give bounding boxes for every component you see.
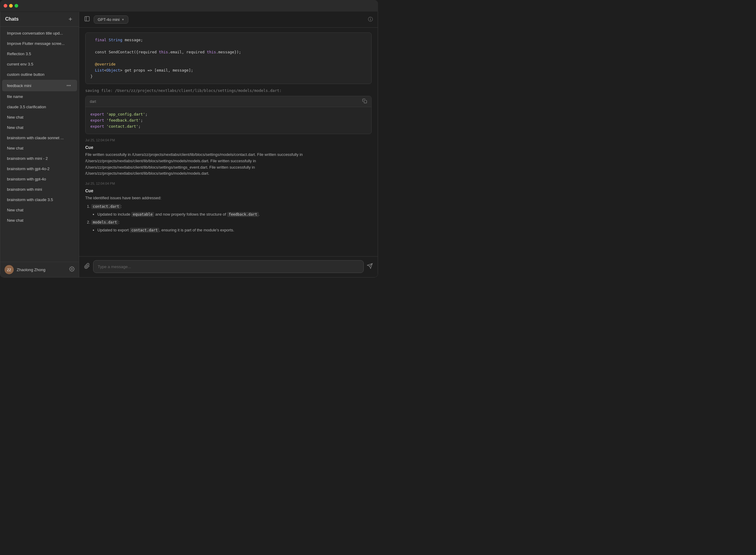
chat-area: GPT-4o mini ▼ ⓘ final String message; co… [79,12,378,277]
chat-list-item-14[interactable]: brainstorm with gpt-4o-2 [2,164,77,174]
chat-item-label: custom outline button [7,72,72,77]
code-inline-contact: contact.dart [91,204,121,209]
chat-list-item-8[interactable]: claude 3.5 clarification [2,102,77,112]
user-info: ZZ Zhaolong Zhong [5,265,45,274]
chat-list-item-1[interactable]: Improve conversation title upd... [2,28,77,38]
code-line: final String message; [90,37,367,43]
chat-item-label: New chat [7,208,72,212]
chat-list-item-2[interactable]: Improve Flutter message scree... [2,39,77,48]
new-chat-button[interactable] [67,15,74,23]
code-inline-feedback: feedback.dart [227,212,259,217]
code-line: @override [90,61,367,67]
cue-label-2: Cue [85,188,372,193]
attach-icon[interactable] [84,263,90,270]
list-item: contact.dart: Updated to include equatab… [91,203,372,218]
chat-item-label: file name [7,94,72,99]
code-block-partial: final String message; const SendContact(… [85,33,372,84]
svg-point-4 [71,268,73,270]
code-line: } [90,73,367,80]
chat-header: GPT-4o mini ▼ ⓘ [79,12,378,28]
sidebar-footer: ZZ Zhaolong Zhong [0,262,79,277]
cue-ordered-list: contact.dart: Updated to include equatab… [91,203,372,233]
model-selector[interactable]: GPT-4o mini ▼ [94,15,128,24]
chat-list-item-7[interactable]: file name [2,92,77,101]
chat-item-label: Improve Flutter message scree... [7,41,72,46]
code-content: final String message; const SendContact(… [86,33,371,84]
chat-item-label: New chat [7,218,72,223]
user-name: Zhaolong Zhong [17,267,45,272]
cue-message-1: Cue File written successfully in /Users/… [85,145,372,177]
chat-item-label: brainstorm with claude 3.5 [7,198,72,202]
close-button[interactable] [4,4,7,8]
title-bar [0,0,378,11]
message-input[interactable] [93,260,364,273]
chat-list-item-3[interactable]: Reflection 3.5 [2,49,77,59]
chat-list-item-19[interactable]: New chat [2,215,77,225]
code-inline-models: models.dart [91,220,118,225]
code-inline-equatable: equatable [131,212,154,217]
chat-item-label: brainstorm with gpt-4o-2 [7,167,72,171]
model-label: GPT-4o mini [98,17,120,22]
sidebar: Chats Improve conversation title upd...I… [0,12,79,277]
app-container: Chats Improve conversation title upd...I… [0,0,378,278]
cue-label-1: Cue [85,145,372,150]
chat-list-item-10[interactable]: New chat [2,123,77,132]
sidebar-title: Chats [5,16,18,22]
list-item: models.dart: Updated to export contact.d… [91,219,372,233]
cue-text-1: File written successfully in /Users/zz/p… [85,152,372,177]
svg-text:ZZ: ZZ [7,268,11,272]
list-item: Updated to export contact.dart, ensuring… [97,227,372,233]
chevron-down-icon: ▼ [121,18,124,21]
chat-item-label: brainstorm with gpt-4o [7,177,72,181]
chat-item-menu-icon[interactable]: ••• [65,83,72,89]
chat-list-item-6[interactable]: feedback mini••• [2,80,77,91]
chat-list-item-5[interactable]: custom outline button [2,70,77,80]
dart-code-content: export 'app_config.dart'; export 'feedba… [86,107,371,134]
cue-sublist-1: Updated to include equatable and now pro… [97,211,372,218]
code-line: List<Object> get props => [email, messag… [90,67,367,73]
chat-list-item-11[interactable]: brainstorm with claude sonnet ... [2,133,77,143]
chat-list-item-13[interactable]: brainstrom with mini - 2 [2,154,77,164]
chat-item-label: Improve conversation title upd... [7,31,72,36]
chat-list-item-9[interactable]: New chat [2,112,77,122]
minimize-button[interactable] [9,4,13,8]
maximize-button[interactable] [14,4,18,8]
cue-sublist-2: Updated to export contact.dart, ensuring… [97,227,372,233]
copy-button[interactable] [362,98,367,104]
chat-item-label: Reflection 3.5 [7,51,72,56]
code-language-label: dart [90,99,96,104]
chat-item-label: claude 3.5 clarification [7,104,72,109]
chat-header-left: GPT-4o mini ▼ [84,15,128,24]
chat-item-label: feedback mini [7,83,65,88]
avatar: ZZ [5,265,14,274]
code-inline-contact-export: contact.dart [130,228,159,232]
chat-item-label: current env 3.5 [7,62,72,67]
chat-list-item-16[interactable]: brainstrom with mini [2,184,77,195]
send-button[interactable] [367,263,373,270]
list-item: Updated to include equatable and now pro… [97,211,372,218]
code-line [90,43,367,49]
cue-intro-text: The identified issues have been addresse… [85,195,372,201]
info-icon[interactable]: ⓘ [368,16,373,23]
chat-item-label: New chat [7,146,72,151]
code-line: const SendContact({required this.email, … [90,49,367,55]
chat-item-label: brainstrom with mini [7,187,72,192]
chat-list-item-4[interactable]: current env 3.5 [2,59,77,69]
settings-icon[interactable] [69,266,75,273]
chat-list-item-18[interactable]: New chat [2,205,77,215]
chat-list-item-12[interactable]: New chat [2,143,77,153]
svg-rect-5 [85,17,89,21]
main-layout: Chats Improve conversation title upd...I… [0,0,378,277]
chat-item-label: New chat [7,115,72,120]
timestamp-2: Jul 25, 12:04:04 PM [85,182,372,185]
code-line: export 'feedback.dart'; [90,117,367,123]
chat-list: Improve conversation title upd...Improve… [0,27,79,262]
code-line: export 'contact.dart'; [90,123,367,129]
chat-list-item-15[interactable]: brainstorm with gpt-4o [2,174,77,184]
messages-area: final String message; const SendContact(… [79,28,378,256]
sidebar-toggle-icon[interactable] [84,16,90,24]
cue-message-2: Cue The identified issues have been addr… [85,188,372,233]
saving-file-text: saving file: /Users/zz/projects/nextlabs… [85,88,372,93]
chat-item-label: brainstrom with mini - 2 [7,156,72,161]
chat-list-item-17[interactable]: brainstorm with claude 3.5 [2,195,77,205]
